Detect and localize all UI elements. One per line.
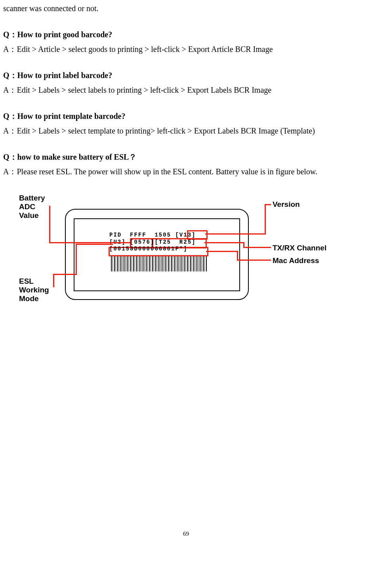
label-battery-adc: Battery ADC Value bbox=[19, 194, 45, 220]
faq-answer: A：Please reset ESL. The power will show … bbox=[3, 165, 369, 178]
faq-question: Q：How to print good barcode? bbox=[3, 28, 369, 41]
faq-question: Q：How to print label barcode? bbox=[3, 69, 369, 82]
callout-line bbox=[205, 233, 265, 235]
faq-answer: A：Edit > Labels > select template to pri… bbox=[3, 124, 369, 137]
callout-line bbox=[53, 274, 54, 287]
callout-line bbox=[49, 206, 50, 243]
esl-figure: Battery ADC Value ESL Working Mode Versi… bbox=[19, 194, 352, 328]
faq-answer: A：Edit > Labels > select labels to print… bbox=[3, 84, 369, 96]
callout-line bbox=[237, 251, 238, 260]
page-number: 69 bbox=[3, 531, 369, 537]
callout-line bbox=[265, 204, 266, 235]
callout-line bbox=[76, 244, 77, 275]
label-version: Version bbox=[273, 200, 300, 209]
label-mac-address: Mac Address bbox=[273, 256, 319, 265]
callout-line bbox=[265, 204, 271, 205]
callout-line bbox=[206, 251, 238, 252]
callout-line bbox=[53, 274, 77, 275]
faq-question: Q：How to print template barcode? bbox=[3, 110, 369, 122]
barcode-graphic bbox=[111, 256, 207, 271]
callout-line bbox=[76, 244, 113, 245]
faq-question: Q：how to make sure battery of ESL？ bbox=[3, 151, 369, 163]
label-txrx-channel: TX/RX Channel bbox=[273, 244, 326, 252]
callout-line bbox=[237, 260, 271, 261]
paragraph-fragment: scanner was connected or not. bbox=[3, 2, 369, 15]
callout-line bbox=[243, 247, 271, 248]
label-esl-mode: ESL Working Mode bbox=[19, 277, 49, 303]
callout-line bbox=[204, 242, 244, 243]
faq-answer: A：Edit > Article > select goods to print… bbox=[3, 43, 369, 55]
callout-line bbox=[49, 242, 130, 243]
